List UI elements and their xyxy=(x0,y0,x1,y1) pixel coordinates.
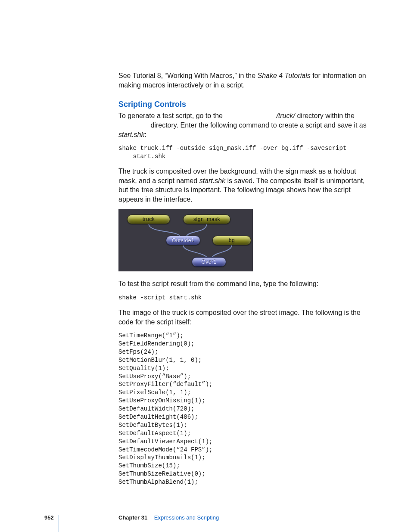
node-sign-mask-label: sign_mask xyxy=(193,216,220,222)
p1-file: start.shk xyxy=(118,131,144,138)
node-truck-label: truck xyxy=(143,216,155,222)
margin-rule xyxy=(59,515,59,532)
paragraph-4: The image of the truck is composited ove… xyxy=(118,308,370,327)
paragraph-3: To test the script result from the comma… xyxy=(118,279,370,289)
node-sign-mask[interactable]: sign_mask xyxy=(183,215,230,224)
chapter-title: Expressions and Scripting xyxy=(154,514,219,521)
p1-b: directory within the xyxy=(295,112,355,119)
p1-truck: /truck/ xyxy=(276,112,295,119)
section-heading: Scripting Controls xyxy=(118,99,370,109)
node-bg[interactable]: bg xyxy=(212,236,251,245)
intro-prefix: See Tutorial 8, “Working With Macros,” i… xyxy=(118,72,257,79)
page-number: 952 xyxy=(44,514,54,522)
code-block-1: shake truck.iff -outside sign_mask.iff -… xyxy=(118,144,370,161)
p1-a: To generate a test script, go to the xyxy=(118,112,224,119)
node-outside-label: Outside1 xyxy=(172,237,194,243)
intro-doc-title: Shake 4 Tutorials xyxy=(257,72,310,79)
node-truck[interactable]: truck xyxy=(127,215,170,224)
paragraph-2: The truck is composited over the backgro… xyxy=(118,167,370,204)
chapter-label: Chapter 31 xyxy=(118,514,147,521)
node-outside[interactable]: Outside1 xyxy=(166,236,200,245)
intro-paragraph: See Tutorial 8, “Working With Macros,” i… xyxy=(118,71,370,90)
node-over-label: Over1 xyxy=(201,259,216,265)
paragraph-1: To generate a test script, go to the /tr… xyxy=(118,111,370,139)
code-block-3: SetTimeRange(“1”); SetFieldRendering(0);… xyxy=(118,332,370,486)
node-over[interactable]: Over1 xyxy=(192,257,226,267)
p2-file: start.shk xyxy=(199,177,225,184)
chapter-footer: Chapter 31 Expressions and Scripting xyxy=(118,514,219,522)
node-tree-figure: truck sign_mask Outside1 bg Over1 xyxy=(118,209,253,271)
p1-d: : xyxy=(144,131,146,138)
node-bg-label: bg xyxy=(229,237,235,243)
p1-c: directory. Enter the following command t… xyxy=(149,121,367,129)
page-body: See Tutorial 8, “Working With Macros,” i… xyxy=(0,0,411,532)
code-block-2: shake -script start.shk xyxy=(118,294,370,302)
